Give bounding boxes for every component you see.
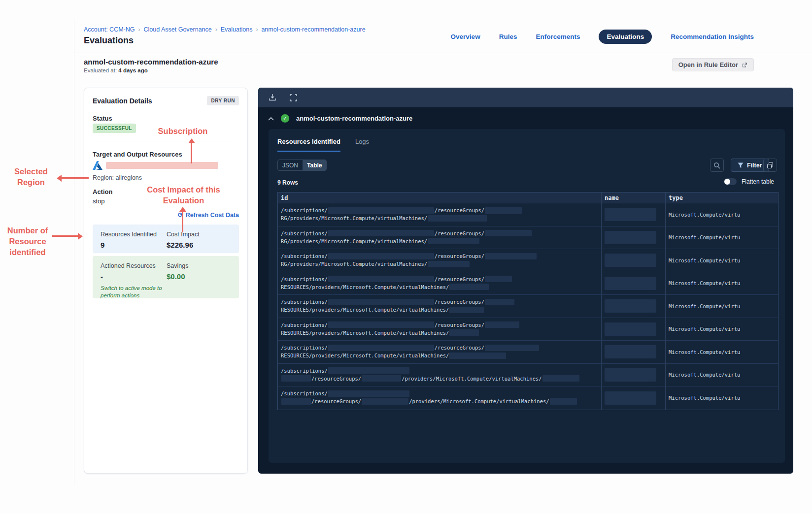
redacted-value <box>328 299 434 305</box>
chevron-up-icon[interactable] <box>268 117 274 121</box>
cell-name <box>602 364 666 386</box>
evaluated-at: Evaluated at: 4 days ago <box>84 67 148 73</box>
fullscreen-icon[interactable] <box>289 93 298 102</box>
table-row[interactable]: /subscriptions//resourceGroups/RESOURCES… <box>278 318 778 341</box>
redacted-value <box>449 329 479 336</box>
cell-id: /subscriptions//resourceGroups/RESOURCES… <box>278 295 602 318</box>
cell-id: /subscriptions//resourceGroups/RESOURCES… <box>278 341 602 363</box>
annotation-region-arrowhead <box>57 175 62 182</box>
annotation-cost-arrowhead <box>179 207 186 212</box>
top-nav: Overview Rules Enforcements Evaluations … <box>451 30 754 44</box>
redacted-value <box>328 276 434 282</box>
breadcrumb-governance[interactable]: Cloud Asset Governance <box>144 26 212 33</box>
redacted-value <box>328 345 434 351</box>
tab-rules[interactable]: Rules <box>499 33 517 40</box>
breadcrumb-separator: › <box>138 26 140 33</box>
flatten-toggle[interactable] <box>724 178 737 185</box>
results-tabs: Resources Identified Logs <box>277 138 369 152</box>
open-rule-editor-button[interactable]: Open in Rule Editor <box>672 58 754 71</box>
table-row[interactable]: /subscriptions//resourceGroups/RESOURCES… <box>278 341 778 364</box>
evaluation-details-card: Evaluation Details DRY RUN Status SUCCES… <box>84 88 248 474</box>
annotation-selected-region-line2: Region <box>17 178 45 187</box>
tab-evaluations[interactable]: Evaluations <box>599 30 652 44</box>
resource-id-text: /resourceGroups/ <box>435 253 484 259</box>
annotation-count-arrow <box>52 235 78 237</box>
cell-id: /subscriptions//resourceGroups/RG/provid… <box>278 249 602 272</box>
switch-mode-note-line2: perform actions <box>101 292 139 298</box>
resource-id-text: /resourceGroups/ <box>435 299 484 305</box>
redacted-name <box>605 391 656 405</box>
column-header-type[interactable]: type <box>666 193 778 203</box>
tab-logs[interactable]: Logs <box>355 138 369 152</box>
actioned-resources-label: Actioned Resources <box>101 262 167 269</box>
resource-id-text: RESOURCES/providers/Microsoft.Compute/vi… <box>281 284 449 290</box>
column-header-id[interactable]: id <box>278 193 602 203</box>
table-row[interactable]: /subscriptions//resourceGroups/RG/provid… <box>278 203 778 226</box>
resource-type-text: Microsoft.Compute/virtu <box>669 372 740 378</box>
resource-id-text: RESOURCES/providers/Microsoft.Compute/vi… <box>281 307 449 313</box>
resource-type-text: Microsoft.Compute/virtu <box>669 326 740 332</box>
cell-type: Microsoft.Compute/virtu <box>666 249 778 272</box>
cell-name <box>602 226 666 249</box>
cell-name <box>602 318 666 341</box>
funnel-icon <box>738 162 744 168</box>
view-toggle-table[interactable]: Table <box>303 160 326 170</box>
redacted-value <box>485 345 539 351</box>
table-row[interactable]: /subscriptions//resourceGroups/RG/provid… <box>278 249 778 272</box>
external-link-icon <box>742 62 747 68</box>
search-button[interactable] <box>710 159 724 172</box>
redacted-value <box>485 230 532 236</box>
tab-enforcements[interactable]: Enforcements <box>536 33 580 40</box>
actioned-savings-box: Actioned Resources - Savings $0.00 Switc… <box>93 256 239 298</box>
resource-type-text: Microsoft.Compute/virtu <box>669 234 740 240</box>
cell-id: /subscriptions//resourceGroups/RG/provid… <box>278 203 602 226</box>
cell-id: /subscriptions//resourceGroups//provider… <box>278 364 602 386</box>
breadcrumb-rule-name[interactable]: anmol-custom-recommendation-azure <box>261 26 365 33</box>
table-row[interactable]: /subscriptions//resourceGroups/RG/provid… <box>278 226 778 250</box>
tab-recommendation-insights[interactable]: Recommendation Insights <box>671 33 754 40</box>
redacted-value <box>428 261 470 267</box>
subheader-divider <box>74 80 812 80</box>
redacted-name <box>605 345 656 358</box>
breadcrumb-evaluations[interactable]: Evaluations <box>221 26 253 33</box>
cell-name <box>602 203 666 226</box>
table-row[interactable]: /subscriptions//resourceGroups//provider… <box>278 386 778 410</box>
download-icon[interactable] <box>268 93 277 102</box>
redacted-value <box>362 375 401 382</box>
resources-identified-label: Resources Identified <box>101 231 167 238</box>
table-body: /subscriptions//resourceGroups/RG/provid… <box>278 203 778 410</box>
resource-id-text: /subscriptions/ <box>281 390 328 396</box>
evaluated-at-value: 4 days ago <box>118 67 147 73</box>
column-header-name[interactable]: name <box>602 193 666 203</box>
tab-overview[interactable]: Overview <box>451 33 480 40</box>
evaluation-name-title: anmol-custom-recommendation-azure <box>84 58 218 66</box>
card-divider <box>93 141 239 141</box>
flatten-label: Flatten table <box>742 178 774 185</box>
tab-resources-identified[interactable]: Resources Identified <box>277 138 340 152</box>
table-row[interactable]: /subscriptions//resourceGroups/RESOURCES… <box>278 295 778 318</box>
resource-id-text: /subscriptions/ <box>281 368 328 374</box>
filter-label: Filter <box>747 162 762 169</box>
table-row[interactable]: /subscriptions//resourceGroups/RESOURCES… <box>278 272 778 295</box>
cell-type: Microsoft.Compute/virtu <box>666 203 778 226</box>
resource-type-text: Microsoft.Compute/virtu <box>669 303 740 309</box>
cell-type: Microsoft.Compute/virtu <box>666 386 778 410</box>
redacted-value <box>485 321 519 328</box>
redacted-value <box>281 375 311 382</box>
view-toggle-json[interactable]: JSON <box>278 160 303 170</box>
redacted-value <box>485 207 522 214</box>
copy-button[interactable] <box>763 159 777 172</box>
redacted-value <box>328 230 434 236</box>
redacted-name <box>605 208 656 221</box>
redacted-value <box>328 367 409 374</box>
redacted-value <box>328 321 434 328</box>
open-rule-editor-label: Open in Rule Editor <box>678 61 738 68</box>
redacted-value <box>449 307 484 313</box>
annotation-resource-count-line3: identified <box>9 248 45 257</box>
cell-type: Microsoft.Compute/virtu <box>666 364 778 386</box>
annotation-cost-impact-line2: Evaluation <box>163 196 204 205</box>
table-row[interactable]: /subscriptions//resourceGroups//provider… <box>278 364 778 387</box>
refresh-cost-data-link[interactable]: ⟳ Refresh Cost Data <box>178 211 239 219</box>
breadcrumb-account[interactable]: Account: CCM-NG <box>84 26 135 33</box>
page-title: Evaluations <box>84 35 134 46</box>
